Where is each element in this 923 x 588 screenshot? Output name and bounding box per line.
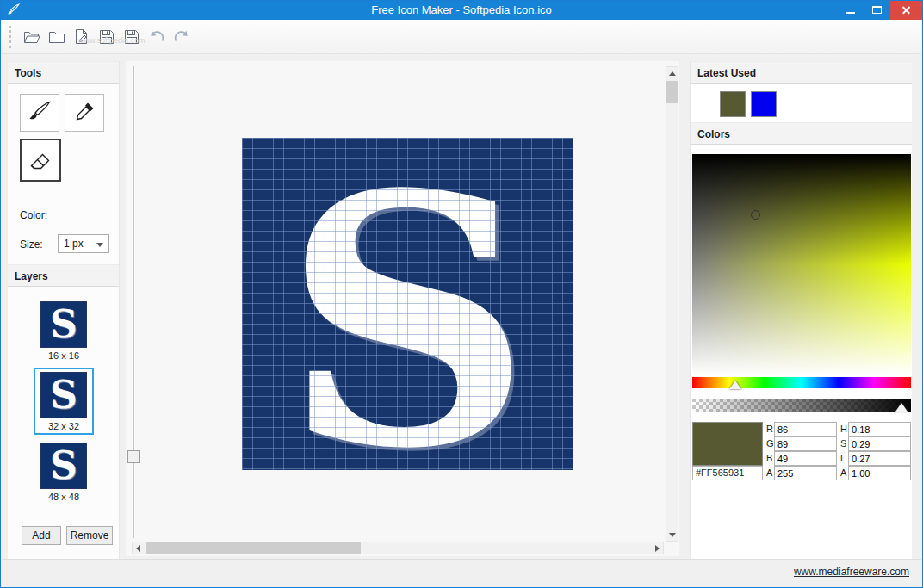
thumbnail-letter: S: [50, 376, 77, 414]
saturation-lightness-field[interactable]: [692, 154, 911, 375]
window-title: Free Icon Maker - Softpedia Icon.ico: [1, 1, 922, 20]
alpha-hsl-input[interactable]: [848, 466, 911, 480]
thumbnail-letter: S: [50, 447, 77, 485]
size-dropdown[interactable]: 1 px: [58, 234, 109, 253]
eraser-icon: [27, 145, 54, 176]
close-button[interactable]: [890, 1, 922, 20]
open-folder-icon: [23, 30, 40, 44]
layer-size-label: 16 x 16: [35, 350, 92, 361]
hue-slider[interactable]: [692, 377, 911, 388]
zoom-slider-thumb[interactable]: [127, 450, 140, 463]
new-edit-button[interactable]: [69, 24, 94, 50]
undo-button[interactable]: [144, 24, 169, 50]
lightness-input[interactable]: [848, 451, 911, 466]
red-label: R: [766, 422, 774, 436]
blue-label: B: [766, 451, 774, 466]
redo-button[interactable]: [169, 24, 194, 50]
layer-thumbnail: S: [40, 301, 87, 348]
arrow-left-icon: [136, 545, 140, 552]
titlebar[interactable]: Free Icon Maker - Softpedia Icon.ico: [1, 1, 922, 20]
alpha-slider-handle[interactable]: [895, 403, 908, 412]
latest-used-swatches: [691, 84, 912, 122]
vertical-scrollbar[interactable]: [666, 66, 678, 542]
layer-thumbnail: S: [40, 372, 87, 418]
mediafreeware-link[interactable]: www.mediafreeware.com: [794, 566, 909, 578]
scroll-down-button[interactable]: [666, 529, 678, 541]
add-layer-button[interactable]: Add: [22, 526, 61, 545]
color-detail: #FF565931 R H G S B L A: [692, 422, 911, 480]
brush-tool-button[interactable]: [20, 94, 59, 132]
hue-label: H: [840, 422, 848, 436]
color-label: Color:: [20, 209, 47, 221]
arrow-right-icon: [655, 545, 660, 552]
open-alt-button[interactable]: [44, 24, 69, 50]
green-label: G: [766, 436, 774, 451]
chevron-down-icon: [96, 243, 103, 247]
arrow-up-icon: [669, 71, 676, 76]
red-input[interactable]: [774, 422, 837, 436]
scroll-up-button[interactable]: [666, 67, 678, 79]
eyedropper-tool-button[interactable]: [65, 94, 104, 132]
layer-item-16[interactable]: S 16 x 16: [34, 297, 94, 364]
layer-size-label: 48 x 48: [35, 492, 92, 502]
alpha-hsl-label: A: [840, 466, 848, 480]
tools-header: Tools: [8, 61, 119, 84]
current-color-swatch: [692, 422, 763, 466]
layer-size-label: 32 x 32: [35, 421, 92, 431]
alpha-slider[interactable]: [692, 399, 911, 412]
status-bar: www.mediafreeware.com: [2, 559, 921, 587]
horizontal-scroll-thumb[interactable]: [146, 542, 361, 554]
eyedropper-icon: [71, 99, 97, 127]
page-pencil-icon: [74, 28, 90, 45]
latest-swatch-blue[interactable]: [751, 91, 777, 117]
window-controls: [837, 1, 922, 20]
arrow-down-icon: [669, 533, 676, 537]
toolbar-grip[interactable]: [9, 26, 11, 48]
zoom-slider-track[interactable]: [133, 66, 134, 538]
save-button[interactable]: [94, 24, 119, 50]
toolbar: [2, 20, 921, 54]
sv-picker-handle[interactable]: [751, 210, 760, 220]
saturation-label: S: [840, 436, 848, 451]
green-input[interactable]: [774, 436, 837, 451]
brush-icon: [27, 99, 53, 127]
scroll-right-button[interactable]: [652, 542, 663, 554]
layer-item-32[interactable]: S 32 x 32: [34, 368, 94, 435]
hue-input[interactable]: [848, 422, 911, 436]
hue-slider-handle[interactable]: [729, 381, 741, 389]
remove-layer-button[interactable]: Remove: [66, 526, 113, 545]
blue-input[interactable]: [774, 451, 837, 466]
eraser-tool-button[interactable]: [20, 139, 61, 182]
lightness-label: L: [840, 451, 848, 466]
colors-panel: Latest Used Colors #FF565931 R H G: [690, 61, 912, 559]
scroll-left-button[interactable]: [133, 542, 144, 554]
size-label: Size:: [20, 238, 43, 251]
save-as-button[interactable]: [119, 24, 144, 50]
undo-icon: [148, 29, 165, 44]
maximize-button[interactable]: [864, 1, 890, 20]
floppy-icon: [99, 29, 115, 45]
maximize-icon: [872, 6, 882, 14]
editor-canvas-area: S: [126, 61, 679, 556]
latest-used-header: Latest Used: [691, 61, 912, 84]
alpha-input[interactable]: [774, 466, 837, 480]
layer-thumbnail: S: [40, 443, 87, 489]
saturation-input[interactable]: [848, 436, 911, 451]
colors-header: Colors: [691, 122, 912, 145]
layer-item-48[interactable]: S 48 x 48: [34, 438, 94, 505]
horizontal-scrollbar[interactable]: [132, 542, 664, 554]
app-window: Free Icon Maker - Softpedia Icon.ico: [0, 0, 923, 588]
icon-pixel-canvas[interactable]: S: [242, 138, 573, 470]
layers-header: Layers: [8, 264, 119, 287]
alpha-label: A: [766, 466, 774, 480]
minimize-button[interactable]: [837, 1, 864, 20]
hex-value-box[interactable]: #FF565931: [692, 466, 763, 480]
open-button[interactable]: [19, 24, 44, 50]
latest-swatch-olive[interactable]: [720, 91, 746, 117]
vertical-scroll-thumb[interactable]: [666, 81, 678, 103]
tools-layers-panel: Tools: [8, 61, 120, 559]
size-value: 1 px: [64, 238, 84, 250]
folder-icon: [48, 30, 65, 44]
minimize-icon: [846, 12, 855, 14]
thumbnail-letter: S: [50, 306, 77, 344]
